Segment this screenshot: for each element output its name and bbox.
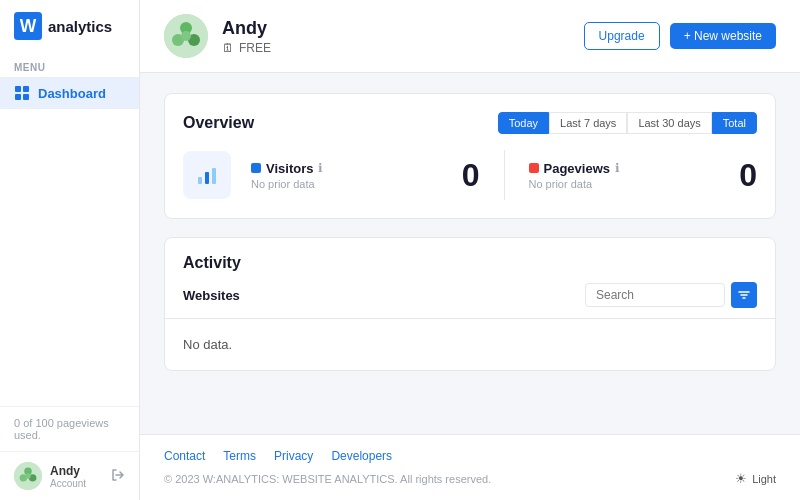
- pageviews-sub: No prior data: [529, 178, 621, 190]
- header-plan: 🗓 FREE: [222, 41, 271, 55]
- theme-label: Light: [752, 473, 776, 485]
- header-left: Andy 🗓 FREE: [164, 14, 271, 58]
- pageviews-value: 0: [739, 157, 757, 194]
- header-user-details: Andy 🗓 FREE: [222, 18, 271, 55]
- footer-privacy[interactable]: Privacy: [274, 449, 313, 463]
- logo-text: analytics: [48, 18, 112, 35]
- search-row: [585, 282, 757, 308]
- filter-30days[interactable]: Last 30 days: [627, 112, 711, 134]
- visitors-stat: Visitors ℹ No prior data 0: [251, 157, 480, 194]
- main-content: Andy 🗓 FREE Upgrade + New website Overvi…: [140, 0, 800, 500]
- overview-title: Overview: [183, 114, 254, 132]
- filter-today[interactable]: Today: [498, 112, 549, 134]
- websites-label: Websites: [183, 288, 240, 303]
- activity-title: Activity: [183, 254, 241, 271]
- activity-section: Activity Websites No data.: [164, 237, 776, 371]
- filter-button[interactable]: [731, 282, 757, 308]
- visitors-dot: [251, 163, 261, 173]
- user-info: Andy Account: [50, 464, 103, 489]
- pageviews-label: Pageviews: [544, 161, 611, 176]
- search-input[interactable]: [585, 283, 725, 307]
- visitors-info: Visitors ℹ No prior data: [251, 161, 323, 190]
- footer-links: Contact Terms Privacy Developers: [164, 449, 776, 463]
- pageviews-dot: [529, 163, 539, 173]
- sidebar: W analytics MENU Dashboard 0 of 100 page…: [0, 0, 140, 500]
- footer-terms[interactable]: Terms: [223, 449, 256, 463]
- footer: Contact Terms Privacy Developers © 2023 …: [140, 434, 800, 500]
- activity-header: Activity: [165, 238, 775, 272]
- logout-icon[interactable]: [111, 468, 125, 485]
- footer-contact[interactable]: Contact: [164, 449, 205, 463]
- user-name: Andy: [50, 464, 103, 478]
- content-area: Overview Today Last 7 days Last 30 days …: [140, 73, 800, 434]
- svg-point-6: [25, 473, 31, 479]
- svg-rect-14: [212, 168, 216, 184]
- footer-copy-row: © 2023 W:ANALYTICS: WEBSITE ANALYTICS. A…: [164, 471, 776, 486]
- logo: W analytics: [0, 0, 139, 52]
- w-logo-icon: W: [14, 12, 42, 40]
- svg-rect-13: [205, 172, 209, 184]
- avatar: [14, 462, 42, 490]
- svg-point-11: [181, 31, 191, 41]
- stats-row: Visitors ℹ No prior data 0 Pageviews: [183, 150, 757, 200]
- pageviews-info: Pageviews ℹ No prior data: [529, 161, 621, 190]
- light-icon: ☀: [735, 471, 747, 486]
- pageviews-info-icon[interactable]: ℹ: [615, 161, 620, 175]
- stats-divider: [504, 150, 505, 200]
- filter-7days[interactable]: Last 7 days: [549, 112, 627, 134]
- dashboard-icon: [14, 85, 30, 101]
- overview-header: Overview Today Last 7 days Last 30 days …: [183, 112, 757, 134]
- footer-developers[interactable]: Developers: [331, 449, 392, 463]
- svg-text:W: W: [20, 16, 37, 36]
- overview-section: Overview Today Last 7 days Last 30 days …: [164, 93, 776, 219]
- svg-rect-12: [198, 177, 202, 184]
- copyright-text: © 2023 W:ANALYTICS: WEBSITE ANALYTICS. A…: [164, 473, 491, 485]
- no-data-text: No data.: [165, 319, 775, 370]
- time-filters: Today Last 7 days Last 30 days Total: [498, 112, 757, 134]
- menu-label: MENU: [0, 52, 139, 77]
- pageviews-stat: Pageviews ℹ No prior data 0: [529, 157, 758, 194]
- theme-toggle[interactable]: ☀ Light: [735, 471, 776, 486]
- usage-text: 0 of 100 pageviews used.: [0, 406, 139, 451]
- header: Andy 🗓 FREE Upgrade + New website: [140, 0, 800, 73]
- visitors-value: 0: [462, 157, 480, 194]
- visitors-sub: No prior data: [251, 178, 323, 190]
- header-actions: Upgrade + New website: [584, 22, 776, 50]
- user-role: Account: [50, 478, 103, 489]
- visitors-label: Visitors: [266, 161, 313, 176]
- upgrade-button[interactable]: Upgrade: [584, 22, 660, 50]
- filter-total[interactable]: Total: [712, 112, 757, 134]
- sidebar-user: Andy Account: [0, 451, 139, 500]
- stats-chart-icon: [183, 151, 231, 199]
- header-avatar: [164, 14, 208, 58]
- header-user-name: Andy: [222, 18, 271, 39]
- sidebar-item-label: Dashboard: [38, 86, 106, 101]
- sidebar-item-dashboard[interactable]: Dashboard: [0, 77, 139, 109]
- visitors-info-icon[interactable]: ℹ: [318, 161, 323, 175]
- websites-bar: Websites: [165, 272, 775, 319]
- calendar-icon: 🗓: [222, 41, 234, 55]
- new-website-button[interactable]: + New website: [670, 23, 776, 49]
